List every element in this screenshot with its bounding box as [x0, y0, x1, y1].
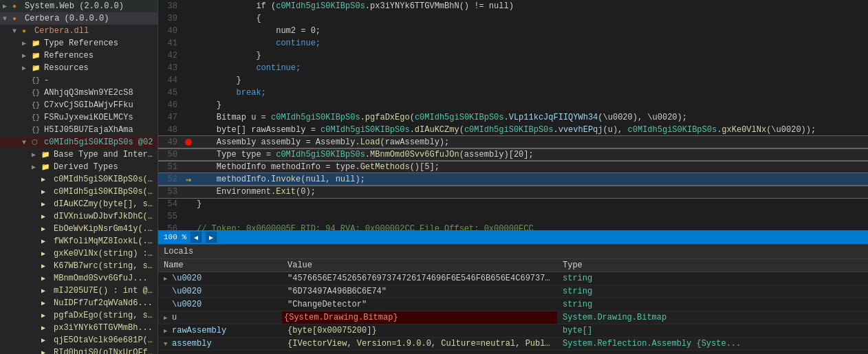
tree-item-fWKfoli[interactable]: ▶fWKfoliMqMZ8IoxkL(... [0, 235, 158, 247]
tree-item-type-refs[interactable]: ▶📁Type References [0, 37, 158, 49]
node-icon: ▶ [41, 348, 52, 354]
tree-item-pgfaDx[interactable]: ▶pgfaDxEgo(string, stri... [0, 309, 158, 322]
line-content: Bitmap u = c0MIdh5giS0KIBpS0s.pgfaDxEgo(… [194, 111, 868, 124]
node-icon: ▶ [41, 286, 52, 296]
line-number: 44 [158, 74, 183, 87]
tree-item-c0MIdh5-parent[interactable]: ▼⬡c0MIdh5giS0KIBpS0s @02 [0, 136, 158, 148]
local-value: "6D73497A496B6C6E74" [282, 285, 557, 298]
tree-label: c0MIdh5giS0KIBpS0s(...) [54, 187, 158, 197]
local-variable-row[interactable]: ▶ \u0020"4576656E74526567697374726174696… [158, 272, 868, 285]
code-line-53: 53 Environment.Exit(0); [158, 186, 868, 198]
line-number: 45 [158, 87, 183, 99]
line-content: num2 = 0; [194, 25, 868, 37]
local-expand-icon[interactable]: ▶ [164, 314, 172, 322]
tree-label: NuIDFf7uf2qWVaNd6... [54, 298, 153, 308]
tree-item-px3iYNYk[interactable]: ▶px3iYNYk6TTGVMmBh... [0, 322, 158, 334]
tree-item-gxKe0VlNx[interactable]: ▶gxKe0VlNx(string) : str... [0, 247, 158, 260]
local-name: ▶ rawAssembly [158, 324, 282, 338]
line-content: if (c0MIdh5giS0KIBpS0s.px3iYNYk6TTGVMmBh… [194, 0, 868, 12]
tree-item-EbOeWv[interactable]: ▶EbOeWvKipNsrGm41y(... [0, 223, 158, 235]
tree-item-dIAuKCZ[interactable]: ▶dIAuKCZmy(byte[], str... [0, 198, 158, 210]
local-variable-name: \u0020 [172, 274, 202, 283]
tree-label: px3iYNYk6TTGVMmBh... [54, 323, 153, 333]
line-content: Assembly assembly = Assembly.Load(rawAss… [194, 136, 868, 148]
tree-item-qjE5Ota[interactable]: ▶qjE5OtaVclk96e681P(o... [0, 334, 158, 346]
tree-item-cerbera-dll[interactable]: ▼●Cerbera.dll [0, 25, 158, 37]
col-name: Name [158, 259, 282, 272]
local-expand-icon[interactable]: ▶ [164, 275, 172, 283]
expand-icon: ▼ [12, 27, 22, 35]
local-variable-name: \u0020 [172, 300, 202, 309]
local-variable-row[interactable]: ▶ u{System.Drawing.Bitmap}System.Drawing… [158, 311, 868, 324]
tree-item-c0MIdh5-2[interactable]: ▶c0MIdh5giS0KIBpS0s(...) [0, 186, 158, 198]
line-marker [183, 136, 194, 148]
local-type: string [557, 272, 868, 285]
line-number: 38 [158, 0, 183, 12]
local-expand-icon[interactable]: ▶ [164, 327, 172, 335]
line-number: 42 [158, 49, 183, 62]
node-icon: ⬡ [32, 137, 43, 147]
node-icon: ▶ [41, 261, 52, 271]
tree-item-resources[interactable]: ▶📁Resources [0, 62, 158, 74]
tree-label: c0MIdh5giS0KIBpS0s @02 [44, 137, 153, 147]
local-value: "ChangeDetector" [282, 298, 557, 311]
node-icon: ▶ [41, 249, 52, 258]
line-number: 43 [158, 62, 183, 74]
line-content: } [194, 74, 868, 87]
code-line-42: 42 } [158, 49, 868, 62]
local-variable-row[interactable]: \u0020"ChangeDetector"string [158, 298, 868, 311]
code-editor[interactable]: 38 if (c0MIdh5giS0KIBpS0s.px3iYNYk6TTGVM… [158, 0, 868, 230]
tree-label: Resources [44, 63, 89, 73]
node-icon: ▶ [41, 311, 52, 320]
tree-label: EbOeWvKipNsrGm41y(... [54, 224, 158, 234]
local-variable-row[interactable]: \u0020"6D73497A496B6C6E74"string [158, 285, 868, 298]
line-content: } [194, 198, 868, 210]
tree-item-dash1[interactable]: {}- [0, 74, 158, 87]
line-marker [183, 223, 194, 230]
scroll-left-button[interactable]: ◄ [191, 232, 202, 243]
tree-label: C7xvCjSGIbAWjvFFku [44, 100, 133, 110]
line-marker [183, 37, 194, 49]
local-variable-row[interactable]: ▼ assembly{IVectorView, Version=1.9.0.0,… [158, 338, 868, 351]
tree-item-FSRuJyx[interactable]: {}FSRuJyxewiKOELMCYs [0, 111, 158, 124]
local-expand-icon[interactable]: ▼ [164, 341, 172, 348]
line-marker [183, 198, 194, 210]
tree-item-derived-types[interactable]: ▶📁Derived Types [0, 161, 158, 173]
tree-item-c0MIdh5-1[interactable]: ▶c0MIdh5giS0KIBpS0s(...) [0, 173, 158, 186]
local-name: \u0020 [158, 285, 282, 298]
tree-item-NuIDFf7[interactable]: ▶NuIDFf7uf2qWVaNd6... [0, 297, 158, 309]
expand-icon: ▶ [22, 52, 32, 60]
local-variable-name: \u0020 [172, 287, 202, 296]
code-line-43: 43 continue; [158, 62, 868, 74]
tree-item-base-type[interactable]: ▶📁Base Type and Interfa... [0, 148, 158, 161]
tree-label: fWKfoliMqMZ8IoxkL(... [54, 236, 158, 246]
expand-icon: ▼ [3, 15, 12, 23]
tree-item-C7xvCjS[interactable]: {}C7xvCjSGIbAWjvFFku [0, 99, 158, 111]
tree-item-cerbera-dll-parent[interactable]: ▼●Cerbera (0.0.0.0) [0, 12, 158, 25]
node-icon: {} [32, 100, 43, 110]
locals-table[interactable]: Name Value Type ▶ \u0020"4576656E7452656… [158, 259, 868, 354]
local-variable-row[interactable]: ▶ rawAssembly{byte[0x00075200]}byte[] [158, 324, 868, 338]
tree-item-H5IJ05B[interactable]: {}H5IJ05BU7EajaXhAma [0, 124, 158, 136]
tree-item-references[interactable]: ▶📁References [0, 49, 158, 62]
local-type: byte[] [557, 324, 868, 338]
line-marker: ⇒ [183, 173, 194, 186]
scroll-right-button[interactable]: ► [206, 232, 217, 243]
tree-label: Cerbera (0.0.0.0) [25, 14, 109, 23]
node-icon: ▶ [41, 175, 52, 184]
tree-label: FSRuJyxewiKOELMCYs [44, 113, 133, 122]
tree-label: mIJ205U7E() : int @06... [54, 286, 158, 296]
tree-item-MBnmOm[interactable]: ▶MBnmOmd0Svv6GfuJ... [0, 272, 158, 285]
tree-label: MBnmOmd0Svv6GfuJ... [54, 274, 148, 283]
tree-item-K67WB7[interactable]: ▶K67WB7wrc(string, str... [0, 260, 158, 272]
node-icon: ● [12, 14, 23, 23]
tree-item-RId0hgi[interactable]: ▶RId0hgiS0(oINxUrOFf2... [0, 346, 158, 354]
locals-panel: Locals Name Value Type ▶ \u0020"4576656E… [158, 244, 868, 354]
node-icon: ▶ [41, 323, 52, 333]
tree-label: Base Type and Interfa... [54, 150, 158, 159]
tree-item-dIVXniuw[interactable]: ▶dIVXniuwDJbvfJkDhC(... [0, 210, 158, 223]
line-content: byte[] rawAssembly = c0MIdh5giS0KIBpS0s.… [194, 124, 868, 136]
tree-item-system-web[interactable]: ▶●System.Web (2.0.0.0) [0, 0, 158, 12]
tree-item-mIJ205U[interactable]: ▶mIJ205U7E() : int @06... [0, 285, 158, 297]
tree-item-ANhjqQ3[interactable]: {}ANhjqQ3msWn9YE2cS8 [0, 87, 158, 99]
